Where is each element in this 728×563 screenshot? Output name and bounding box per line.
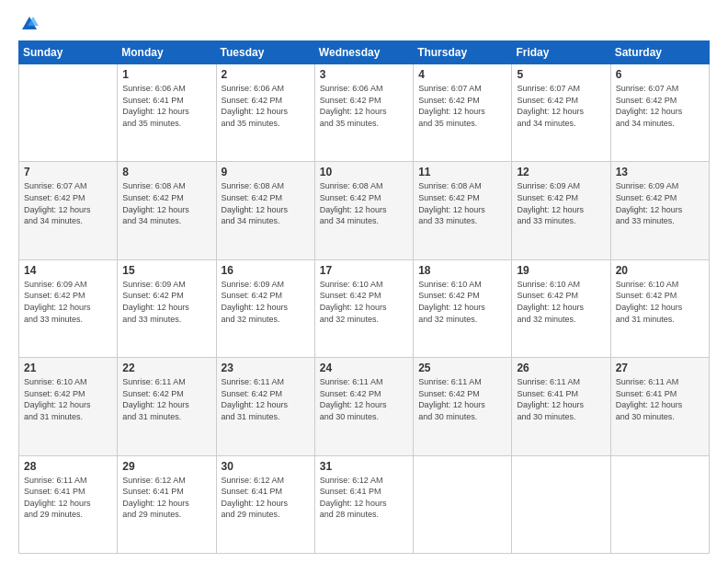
day-info: Sunrise: 6:12 AM Sunset: 6:41 PM Dayligh… [320,475,408,521]
day-info: Sunrise: 6:12 AM Sunset: 6:41 PM Dayligh… [122,475,210,521]
table-row [414,455,512,553]
day-info: Sunrise: 6:12 AM Sunset: 6:41 PM Dayligh… [222,475,310,521]
day-number: 3 [320,68,408,81]
day-number: 30 [222,460,310,473]
day-number: 23 [222,362,310,374]
table-row: 28Sunrise: 6:11 AM Sunset: 6:41 PM Dayli… [19,455,118,553]
day-info: Sunrise: 6:11 AM Sunset: 6:41 PM Dayligh… [24,475,112,521]
table-row: 20Sunrise: 6:10 AM Sunset: 6:42 PM Dayli… [610,259,709,357]
day-info: Sunrise: 6:09 AM Sunset: 6:42 PM Dayligh… [616,180,704,226]
day-info: Sunrise: 6:11 AM Sunset: 6:42 PM Dayligh… [320,376,408,422]
table-row: 27Sunrise: 6:11 AM Sunset: 6:41 PM Dayli… [610,358,709,455]
day-info: Sunrise: 6:10 AM Sunset: 6:42 PM Dayligh… [616,279,704,325]
day-info: Sunrise: 6:08 AM Sunset: 6:42 PM Dayligh… [418,180,506,226]
table-row: 30Sunrise: 6:12 AM Sunset: 6:41 PM Dayli… [216,455,314,553]
table-row: 3Sunrise: 6:06 AM Sunset: 6:42 PM Daylig… [314,64,413,162]
day-info: Sunrise: 6:09 AM Sunset: 6:42 PM Dayligh… [122,279,210,325]
day-number: 13 [616,166,704,178]
day-number: 8 [122,166,210,178]
table-row: 7Sunrise: 6:07 AM Sunset: 6:42 PM Daylig… [19,162,118,259]
day-info: Sunrise: 6:09 AM Sunset: 6:42 PM Dayligh… [24,279,112,325]
table-row: 26Sunrise: 6:11 AM Sunset: 6:41 PM Dayli… [512,358,610,455]
calendar-week-row: 21Sunrise: 6:10 AM Sunset: 6:42 PM Dayli… [19,358,710,455]
day-info: Sunrise: 6:11 AM Sunset: 6:42 PM Dayligh… [418,376,506,422]
day-number: 9 [222,166,310,178]
day-number: 21 [24,362,112,374]
day-number: 12 [517,166,605,178]
day-info: Sunrise: 6:07 AM Sunset: 6:42 PM Dayligh… [24,180,112,226]
table-row: 22Sunrise: 6:11 AM Sunset: 6:42 PM Dayli… [118,358,216,455]
day-number: 2 [222,68,310,81]
day-info: Sunrise: 6:09 AM Sunset: 6:42 PM Dayligh… [517,180,605,226]
day-number: 24 [320,362,408,374]
table-row: 16Sunrise: 6:09 AM Sunset: 6:42 PM Dayli… [216,259,314,357]
day-number: 19 [517,264,605,277]
table-row: 5Sunrise: 6:07 AM Sunset: 6:42 PM Daylig… [512,64,610,162]
day-info: Sunrise: 6:10 AM Sunset: 6:42 PM Dayligh… [418,279,506,325]
table-row: 2Sunrise: 6:06 AM Sunset: 6:42 PM Daylig… [216,64,314,162]
calendar-week-row: 7Sunrise: 6:07 AM Sunset: 6:42 PM Daylig… [19,162,710,259]
page: Sunday Monday Tuesday Wednesday Thursday… [0,0,728,563]
day-number: 5 [517,68,605,81]
col-tuesday: Tuesday [216,41,314,64]
day-number: 18 [418,264,506,277]
table-row [19,64,118,162]
logo-icon [20,15,39,31]
day-number: 25 [418,362,506,374]
table-row: 18Sunrise: 6:10 AM Sunset: 6:42 PM Dayli… [414,259,512,357]
day-number: 10 [320,166,408,178]
col-thursday: Thursday [414,41,512,64]
day-number: 4 [418,68,506,81]
table-row: 14Sunrise: 6:09 AM Sunset: 6:42 PM Dayli… [19,259,118,357]
table-row: 29Sunrise: 6:12 AM Sunset: 6:41 PM Dayli… [118,455,216,553]
col-wednesday: Wednesday [314,41,413,64]
day-number: 1 [122,68,210,81]
day-number: 29 [122,460,210,473]
table-row: 11Sunrise: 6:08 AM Sunset: 6:42 PM Dayli… [414,162,512,259]
day-info: Sunrise: 6:11 AM Sunset: 6:42 PM Dayligh… [222,376,310,422]
table-row: 8Sunrise: 6:08 AM Sunset: 6:42 PM Daylig… [118,162,216,259]
table-row: 1Sunrise: 6:06 AM Sunset: 6:41 PM Daylig… [118,64,216,162]
table-row: 31Sunrise: 6:12 AM Sunset: 6:41 PM Dayli… [314,455,413,553]
day-info: Sunrise: 6:08 AM Sunset: 6:42 PM Dayligh… [320,180,408,226]
calendar-table: Sunday Monday Tuesday Wednesday Thursday… [18,40,710,554]
day-info: Sunrise: 6:10 AM Sunset: 6:42 PM Dayligh… [517,279,605,325]
header [18,15,710,31]
col-sunday: Sunday [19,41,118,64]
day-info: Sunrise: 6:08 AM Sunset: 6:42 PM Dayligh… [122,180,210,226]
table-row: 4Sunrise: 6:07 AM Sunset: 6:42 PM Daylig… [414,64,512,162]
day-info: Sunrise: 6:11 AM Sunset: 6:41 PM Dayligh… [517,376,605,422]
day-info: Sunrise: 6:11 AM Sunset: 6:41 PM Dayligh… [616,376,704,422]
table-row: 13Sunrise: 6:09 AM Sunset: 6:42 PM Dayli… [610,162,709,259]
day-number: 16 [222,264,310,277]
day-number: 27 [616,362,704,374]
calendar-week-row: 1Sunrise: 6:06 AM Sunset: 6:41 PM Daylig… [19,64,710,162]
day-number: 17 [320,264,408,277]
table-row [610,455,709,553]
table-row: 12Sunrise: 6:09 AM Sunset: 6:42 PM Dayli… [512,162,610,259]
table-row: 9Sunrise: 6:08 AM Sunset: 6:42 PM Daylig… [216,162,314,259]
col-saturday: Saturday [610,41,709,64]
day-number: 20 [616,264,704,277]
table-row: 23Sunrise: 6:11 AM Sunset: 6:42 PM Dayli… [216,358,314,455]
day-number: 31 [320,460,408,473]
calendar-header-row: Sunday Monday Tuesday Wednesday Thursday… [19,41,710,64]
day-number: 28 [24,460,112,473]
table-row: 15Sunrise: 6:09 AM Sunset: 6:42 PM Dayli… [118,259,216,357]
day-number: 11 [418,166,506,178]
day-number: 7 [24,166,112,178]
day-number: 14 [24,264,112,277]
table-row [512,455,610,553]
day-info: Sunrise: 6:07 AM Sunset: 6:42 PM Dayligh… [418,83,506,129]
day-number: 26 [517,362,605,374]
calendar-week-row: 14Sunrise: 6:09 AM Sunset: 6:42 PM Dayli… [19,259,710,357]
day-info: Sunrise: 6:11 AM Sunset: 6:42 PM Dayligh… [122,376,210,422]
logo [18,15,40,31]
table-row: 25Sunrise: 6:11 AM Sunset: 6:42 PM Dayli… [414,358,512,455]
day-info: Sunrise: 6:09 AM Sunset: 6:42 PM Dayligh… [222,279,310,325]
table-row: 17Sunrise: 6:10 AM Sunset: 6:42 PM Dayli… [314,259,413,357]
day-number: 6 [616,68,704,81]
day-info: Sunrise: 6:07 AM Sunset: 6:42 PM Dayligh… [517,83,605,129]
day-info: Sunrise: 6:06 AM Sunset: 6:42 PM Dayligh… [222,83,310,129]
col-monday: Monday [118,41,216,64]
